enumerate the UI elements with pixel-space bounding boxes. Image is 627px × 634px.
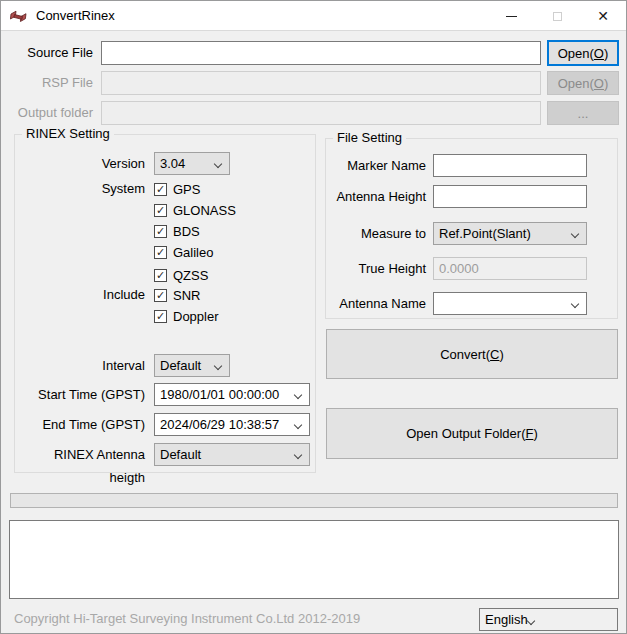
source-open-label-post: )	[604, 46, 608, 61]
browse-output-button: ...	[547, 101, 619, 125]
chevron-down-icon	[571, 300, 579, 308]
source-open-label-pre: Open(	[558, 46, 594, 61]
source-open-label-key: O	[594, 46, 604, 61]
snr-label: SNR	[173, 288, 200, 303]
antenna-name-label: Antenna Name	[326, 292, 426, 315]
start-time-label: Start Time (GPST)	[15, 383, 145, 406]
rinex-setting-title: RINEX Setting	[22, 126, 114, 142]
minimize-icon	[506, 16, 517, 17]
maximize-icon	[553, 12, 562, 21]
open-output-label-pre: Open Output Folder(	[406, 426, 525, 441]
copyright-text: Copyright Hi-Target Surveying Instrument…	[14, 611, 360, 626]
qzss-checkbox: ✓	[154, 269, 167, 282]
open-output-folder-button[interactable]: Open Output Folder(F)	[326, 408, 618, 459]
antenna-height-label: Antenna Height	[326, 185, 426, 208]
window-title: ConvertRinex	[36, 1, 115, 31]
system-label: System	[15, 181, 145, 197]
language-dropdown[interactable]: English	[479, 608, 618, 631]
convert-label-pre: Convert(	[440, 347, 490, 362]
glonass-label: GLONASS	[173, 203, 236, 218]
marker-name-label: Marker Name	[326, 154, 426, 177]
rsp-open-label-post: )	[604, 76, 608, 91]
checkbox-qzss[interactable]: ✓QZSS	[154, 267, 208, 283]
interval-label: Interval	[15, 354, 145, 377]
interval-value: Default	[160, 358, 201, 373]
log-output-area[interactable]	[9, 520, 619, 599]
rsp-file-label: RSP File	[1, 71, 93, 95]
output-folder-input	[101, 101, 541, 125]
measure-to-dropdown[interactable]: Ref.Point(Slant)	[433, 222, 587, 245]
start-time-value: 1980/01/01 00:00:00	[160, 387, 279, 402]
antenna-name-dropdown[interactable]	[433, 292, 587, 315]
rsp-open-label-key: O	[594, 76, 604, 91]
bds-checkbox: ✓	[154, 225, 167, 238]
checkbox-gps[interactable]: ✓GPS	[154, 181, 200, 197]
version-label: Version	[15, 152, 145, 175]
doppler-checkbox: ✓	[154, 310, 167, 323]
chevron-down-icon	[294, 421, 302, 429]
title-bar: ConvertRinex ✕	[1, 1, 626, 31]
end-time-label: End Time (GPST)	[15, 413, 145, 436]
chevron-down-icon	[294, 391, 302, 399]
rinex-antenna-height-label: RINEX Antenna heigth	[15, 443, 145, 466]
marker-name-input[interactable]	[433, 154, 587, 177]
include-label: Include	[15, 287, 145, 303]
snr-checkbox: ✓	[154, 289, 167, 302]
end-time-picker[interactable]: 2024/06/29 10:38:57	[154, 413, 310, 436]
source-file-label: Source File	[1, 41, 93, 65]
chevron-down-icon	[214, 160, 222, 168]
file-setting-group: File Setting Marker Name Antenna Height …	[325, 138, 618, 319]
bds-label: BDS	[173, 224, 200, 239]
glonass-checkbox: ✓	[154, 204, 167, 217]
rsp-file-input	[101, 71, 541, 95]
maximize-button	[534, 1, 580, 31]
version-dropdown[interactable]: 3.04	[154, 152, 230, 175]
rinex-antenna-height-dropdown[interactable]: Default	[154, 443, 310, 466]
output-folder-label: Output folder	[1, 101, 93, 125]
antenna-height-input[interactable]	[433, 185, 587, 208]
true-height-label: True Height	[326, 257, 426, 280]
progress-bar	[10, 493, 618, 508]
gps-label: GPS	[173, 182, 200, 197]
end-time-value: 2024/06/29 10:38:57	[160, 417, 279, 432]
checkbox-glonass[interactable]: ✓GLONASS	[154, 202, 236, 218]
convertrinex-window: ConvertRinex ✕ Source File Open(O) RSP F…	[0, 0, 627, 634]
measure-to-value: Ref.Point(Slant)	[439, 226, 531, 241]
convert-label-post: )	[499, 347, 503, 362]
checkbox-bds[interactable]: ✓BDS	[154, 223, 200, 239]
gps-checkbox: ✓	[154, 183, 167, 196]
true-height-input	[433, 257, 587, 280]
file-setting-title: File Setting	[333, 130, 406, 146]
chevron-down-icon	[571, 230, 579, 238]
source-open-button[interactable]: Open(O)	[547, 40, 619, 66]
galileo-label: Galileo	[173, 245, 213, 260]
convert-button[interactable]: Convert(C)	[326, 329, 618, 379]
rinex-setting-group: RINEX Setting Version 3.04 System ✓GPS ✓…	[14, 134, 316, 473]
qzss-label: QZSS	[173, 268, 208, 283]
checkbox-galileo[interactable]: ✓Galileo	[154, 244, 213, 260]
app-icon	[10, 8, 27, 25]
language-value: English	[485, 612, 528, 627]
chevron-down-icon	[294, 451, 302, 459]
checkbox-snr[interactable]: ✓SNR	[154, 287, 200, 303]
checkbox-doppler[interactable]: ✓Doppler	[154, 308, 219, 324]
doppler-label: Doppler	[173, 309, 219, 324]
rsp-open-button: Open(O)	[547, 71, 619, 95]
source-file-input[interactable]	[101, 41, 541, 65]
rsp-open-label-pre: Open(	[558, 76, 594, 91]
close-button[interactable]: ✕	[580, 1, 626, 31]
rinex-antenna-height-value: Default	[160, 447, 201, 462]
interval-dropdown[interactable]: Default	[154, 354, 230, 377]
minimize-button[interactable]	[488, 1, 534, 31]
galileo-checkbox: ✓	[154, 246, 167, 259]
close-icon: ✕	[597, 9, 609, 23]
open-output-label-post: )	[533, 426, 537, 441]
version-value: 3.04	[160, 156, 185, 171]
measure-to-label: Measure to	[326, 222, 426, 245]
start-time-picker[interactable]: 1980/01/01 00:00:00	[154, 383, 310, 406]
chevron-down-icon	[214, 362, 222, 370]
